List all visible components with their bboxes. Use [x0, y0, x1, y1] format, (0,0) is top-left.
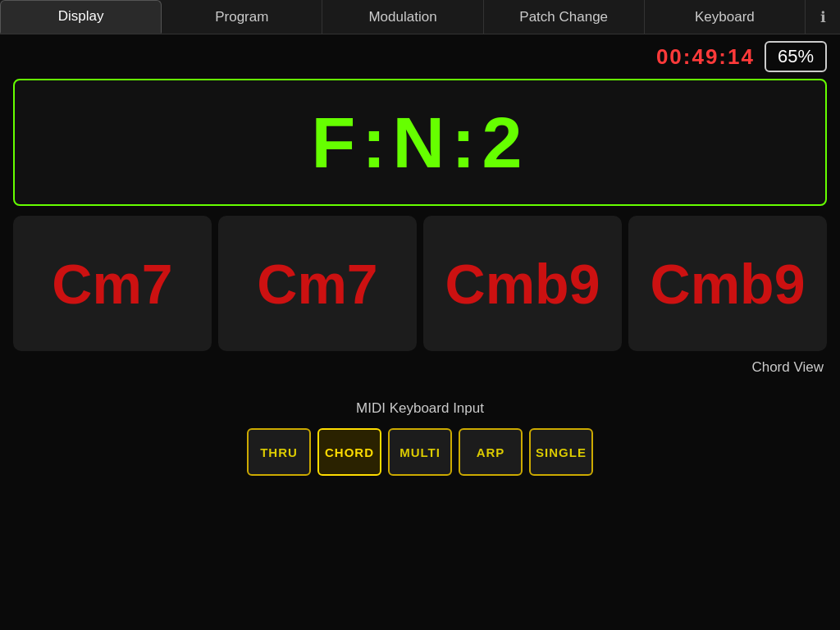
midi-label: MIDI Keyboard Input: [356, 400, 484, 417]
chord-button-2[interactable]: Cmb9: [423, 216, 622, 351]
tab-display[interactable]: Display: [0, 0, 162, 34]
header-row: 00:49:14 65%: [0, 34, 840, 79]
chord-button-1[interactable]: Cm7: [218, 216, 417, 351]
info-icon[interactable]: ℹ: [806, 0, 840, 34]
midi-btn-multi[interactable]: MULTI: [388, 428, 452, 476]
main-display: F:N:2: [13, 79, 827, 206]
midi-btn-single[interactable]: SINGLE: [529, 428, 593, 476]
midi-btn-chord[interactable]: CHORD: [317, 428, 381, 476]
tab-keyboard[interactable]: Keyboard: [645, 0, 806, 34]
display-text: F:N:2: [312, 101, 529, 185]
chord-view-label: Chord View: [0, 359, 824, 376]
timer-display: 00:49:14: [656, 44, 755, 70]
zoom-display: 65%: [765, 41, 827, 72]
tab-patch-change[interactable]: Patch Change: [484, 0, 645, 34]
midi-section: MIDI Keyboard Input THRU CHORD MULTI ARP…: [0, 400, 840, 476]
tab-bar: Display Program Modulation Patch Change …: [0, 0, 840, 34]
midi-buttons: THRU CHORD MULTI ARP SINGLE: [247, 428, 593, 476]
chord-button-3[interactable]: Cmb9: [628, 216, 827, 351]
chord-buttons: Cm7 Cm7 Cmb9 Cmb9: [13, 216, 827, 351]
midi-btn-arp[interactable]: ARP: [459, 428, 523, 476]
midi-btn-thru[interactable]: THRU: [247, 428, 311, 476]
tab-program[interactable]: Program: [162, 0, 322, 34]
tab-modulation[interactable]: Modulation: [322, 0, 483, 34]
chord-button-0[interactable]: Cm7: [13, 216, 212, 351]
